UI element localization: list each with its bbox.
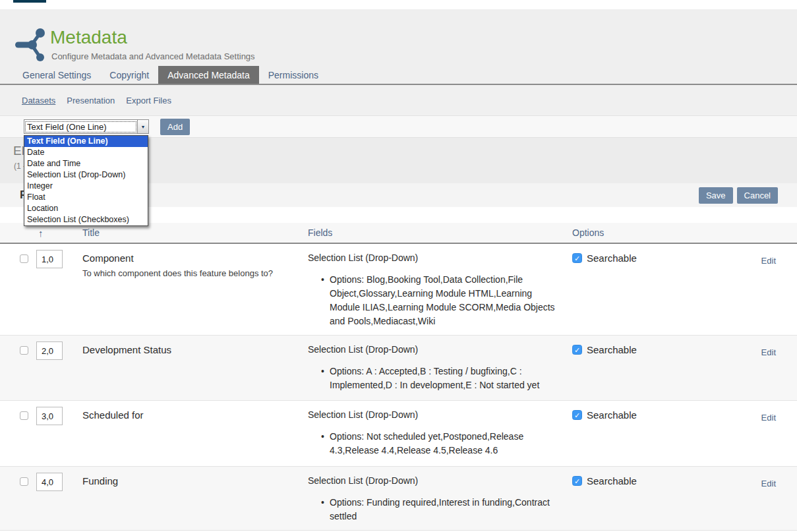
dropdown-option[interactable]: Text Field (One Line) <box>24 136 148 147</box>
order-input[interactable] <box>36 473 63 491</box>
field-options-text: Options: Not scheduled yet,Postponed,Rel… <box>308 430 562 458</box>
dropdown-option[interactable]: Date <box>24 147 148 158</box>
fields-table-body: Component To which component does this f… <box>0 244 797 531</box>
cancel-button[interactable]: Cancel <box>737 187 778 204</box>
table-row: Component To which component does this f… <box>0 244 797 336</box>
browser-tab-indicator <box>13 0 46 3</box>
field-title: Scheduled for <box>82 409 308 421</box>
main-tab-bar: General Settings Copyright Advanced Meta… <box>0 66 797 85</box>
searchable-label: Searchable <box>587 344 637 355</box>
save-actions: Save Cancel <box>699 187 778 204</box>
edit-link[interactable]: Edit <box>761 256 776 266</box>
dropdown-option[interactable]: Selection List (Drop-Down) <box>24 169 148 181</box>
dropdown-option[interactable]: Integer <box>24 181 148 192</box>
metadata-network-icon <box>12 26 47 63</box>
sub-tab-datasets[interactable]: Datasets <box>22 96 55 105</box>
field-title: Development Status <box>82 344 308 355</box>
page-header: Metadata Configure Metadata and Advanced… <box>0 9 797 66</box>
field-title: Component <box>82 252 308 264</box>
field-options-text: Options: Blog,Booking Tool,Data Collecti… <box>308 273 562 328</box>
main-tab-copyright[interactable]: Copyright <box>100 66 158 84</box>
dropdown-option[interactable]: Location <box>24 203 148 214</box>
sub-tab-export-files[interactable]: Export Files <box>126 96 171 105</box>
field-options-text: Options: Funding required,Interest in fu… <box>308 496 562 523</box>
sub-tab-presentation[interactable]: Presentation <box>67 96 115 105</box>
field-description: To which component does this feature bel… <box>82 268 308 278</box>
dropdown-option[interactable]: Date and Time <box>24 158 148 169</box>
row-checkbox[interactable] <box>20 346 28 355</box>
row-checkbox[interactable] <box>20 411 28 420</box>
select-arrow-icon[interactable]: ▼ <box>137 120 148 133</box>
main-tab-permissions[interactable]: Permissions <box>259 66 328 84</box>
searchable-checkbox-checked-icon[interactable]: ✓ <box>572 410 582 420</box>
page-subtitle: Configure Metadata and Advanced Metadata… <box>51 51 255 61</box>
add-button[interactable]: Add <box>160 119 190 135</box>
field-type: Selection List (Drop-Down) <box>308 252 572 263</box>
field-type: Selection List (Drop-Down) <box>308 475 572 486</box>
field-type: Selection List (Drop-Down) <box>308 409 572 420</box>
searchable-checkbox-checked-icon[interactable]: ✓ <box>572 253 582 263</box>
column-header-options: Options <box>572 227 730 238</box>
table-row: Scheduled for Selection List (Drop-Down)… <box>0 401 797 467</box>
searchable-checkbox-checked-icon[interactable]: ✓ <box>572 345 582 355</box>
table-row: Funding Selection List (Drop-Down) Optio… <box>0 467 797 531</box>
order-input[interactable] <box>36 407 63 425</box>
page-title: Metadata <box>50 27 127 48</box>
save-button[interactable]: Save <box>699 187 733 204</box>
main-tab-advanced-metadata[interactable]: Advanced Metadata <box>158 66 259 84</box>
field-type: Selection List (Drop-Down) <box>308 344 572 355</box>
column-header-title: Title <box>82 227 308 238</box>
searchable-label: Searchable <box>587 252 637 264</box>
row-checkbox[interactable] <box>20 477 28 486</box>
top-strip <box>0 0 797 9</box>
sub-tab-bar: Datasets Presentation Export Files <box>0 85 797 115</box>
dropdown-option[interactable]: Selection List (Checkboxes) <box>24 214 148 225</box>
edit-link[interactable]: Edit <box>761 347 776 357</box>
field-type-select[interactable]: Text Field (One Line) ▼ <box>24 119 149 134</box>
field-title: Funding <box>82 475 308 487</box>
order-input[interactable] <box>36 250 63 268</box>
field-options-text: Options: A : Accepted,B : Testing / bugf… <box>308 365 562 392</box>
add-field-toolbar: Text Field (One Line) ▼ Add <box>0 115 797 138</box>
edit-link[interactable]: Edit <box>761 479 776 488</box>
searchable-label: Searchable <box>587 475 637 487</box>
row-checkbox[interactable] <box>20 254 28 263</box>
edit-link[interactable]: Edit <box>761 413 776 423</box>
field-type-select-value: Text Field (One Line) <box>24 121 137 133</box>
dropdown-option[interactable]: Float <box>24 192 148 203</box>
searchable-checkbox-checked-icon[interactable]: ✓ <box>572 476 582 486</box>
column-header-fields: Fields <box>308 227 572 238</box>
field-type-dropdown-list: Text Field (One Line) Date Date and Time… <box>24 135 148 226</box>
table-row: Development Status Selection List (Drop-… <box>0 336 797 401</box>
sort-ascending-icon[interactable]: ↑ <box>20 227 82 239</box>
searchable-label: Searchable <box>587 409 637 421</box>
order-input[interactable] <box>36 341 63 360</box>
main-tab-general-settings[interactable]: General Settings <box>13 66 100 84</box>
